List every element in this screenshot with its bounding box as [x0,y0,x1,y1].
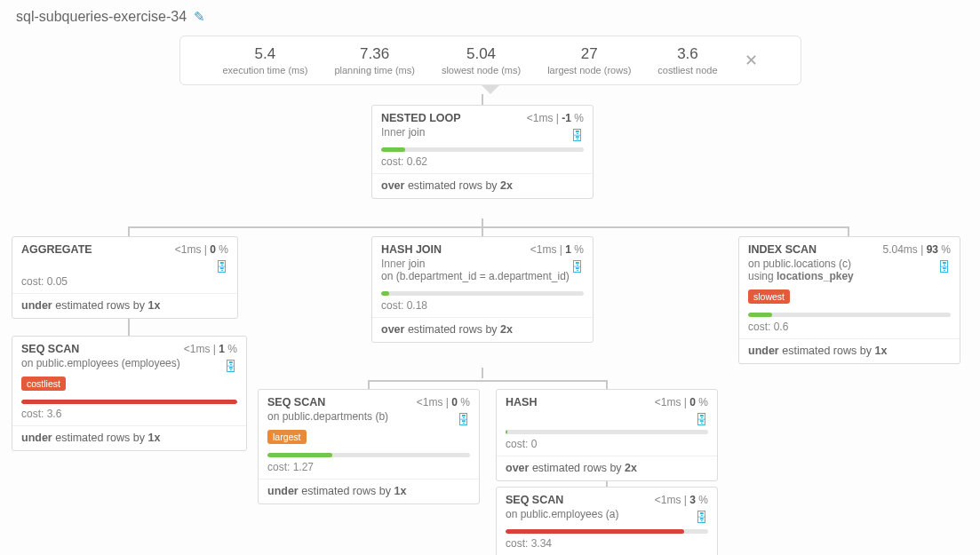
stat-label: costliest node [657,65,717,75]
join-condition: (b.department_id = a.department_id) [396,270,570,282]
node-cost: cost: 0.6 [739,319,960,338]
row-estimate: under estimated rows by 1x [12,425,246,450]
stat-largest-node: 27 largest node (rows) [547,45,631,75]
stat-slowest-node: 5.04 slowest node (ms) [442,45,521,75]
stat-value: 5.04 [442,45,521,63]
relation: public.departments (b) [283,410,388,423]
node-title: SEQ SCAN [506,494,563,506]
stat-costliest-node: 3.6 costliest node [657,45,717,75]
node-timing: <1ms | 0 % [655,396,708,408]
badge-slowest: slowest [748,289,790,304]
node-cost: cost: 0.62 [372,154,593,173]
stat-label: planning time (ms) [334,65,414,75]
stat-value: 27 [547,45,631,63]
node-timing: <1ms | 0 % [175,243,228,256]
row-estimate: over estimated rows by 2x [372,317,593,342]
node-index-scan[interactable]: INDEX SCAN 5.04ms | 93 % on public.locat… [738,236,960,364]
chevron-down-icon [482,85,499,94]
join-type: Inner [381,258,405,270]
page-title: sql-subqueries-exercise-34 [16,9,187,25]
node-title: NESTED LOOP [381,112,461,124]
database-icon[interactable]: 🗄 [215,259,228,274]
database-icon[interactable]: 🗄 [457,412,470,427]
node-title: HASH JOIN [381,243,442,256]
node-timing: <1ms | 1 % [530,243,584,256]
node-nested-loop[interactable]: NESTED LOOP <1ms | -1 % Inner join 🗄 cos… [371,105,594,199]
database-icon[interactable]: 🗄 [570,259,584,274]
row-estimate: under estimated rows by 1x [739,338,960,363]
row-estimate: over estimated rows by 2x [497,456,717,480]
stat-value: 7.36 [334,45,414,63]
stat-execution-time: 5.4 execution time (ms) [222,45,307,75]
relation: public.locations (c) [763,258,851,270]
row-estimate: over estimated rows by 2x [372,173,593,198]
row-estimate: under estimated rows by 1x [12,293,237,318]
index-name: locations_pkey [777,270,854,282]
stat-label: largest node (rows) [547,65,631,75]
node-cost: cost: 3.34 [497,535,717,555]
stat-value: 3.6 [657,45,717,63]
relation: public.employees (employees) [36,357,180,369]
node-timing: <1ms | -1 % [527,112,584,124]
edit-icon[interactable]: ✎ [194,9,205,25]
node-title: SEQ SCAN [21,343,79,355]
node-aggregate[interactable]: AGGREGATE <1ms | 0 % 🗄 cost: 0.05 under … [12,236,238,319]
node-title: HASH [506,396,537,408]
database-icon[interactable]: 🗄 [570,128,584,143]
database-icon[interactable]: 🗄 [695,412,708,427]
database-icon[interactable]: 🗄 [695,510,708,525]
node-title: INDEX SCAN [748,243,817,256]
node-hash-join[interactable]: HASH JOIN <1ms | 1 % Inner join on (b.de… [371,236,594,343]
relation: public.employees (a) [521,508,619,520]
node-cost: cost: 0 [497,436,717,456]
stat-label: execution time (ms) [222,65,307,75]
node-cost: cost: 3.6 [12,406,246,425]
node-cost: cost: 0.05 [12,274,237,293]
row-estimate: under estimated rows by 1x [259,479,479,503]
node-hash[interactable]: HASH <1ms | 0 % 🗄 cost: 0 over estimated… [496,389,718,481]
stat-planning-time: 7.36 planning time (ms) [334,45,414,75]
stat-label: slowest node (ms) [442,65,521,75]
stats-bar: 5.4 execution time (ms) 7.36 planning ti… [179,36,801,85]
join-type: Inner [381,126,405,139]
database-icon[interactable]: 🗄 [224,359,237,374]
badge-costliest: costliest [21,377,66,391]
node-title: SEQ SCAN [267,396,325,408]
close-icon[interactable]: ✕ [745,51,758,70]
database-icon[interactable]: 🗄 [937,259,951,274]
node-timing: <1ms | 0 % [417,396,470,408]
node-timing: 5.04ms | 93 % [882,243,951,256]
node-seq-scan-employees-a[interactable]: SEQ SCAN <1ms | 3 % on public.employees … [496,487,718,555]
node-seq-scan-departments[interactable]: SEQ SCAN <1ms | 0 % on public.department… [258,389,480,504]
node-timing: <1ms | 3 % [655,494,708,506]
stat-value: 5.4 [222,45,307,63]
node-timing: <1ms | 1 % [184,343,237,355]
node-cost: cost: 0.18 [372,297,593,317]
badge-largest: largest [267,430,307,444]
node-cost: cost: 1.27 [259,459,479,479]
node-seq-scan-employees[interactable]: SEQ SCAN <1ms | 1 % on public.employees … [12,336,247,451]
node-title: AGGREGATE [21,243,92,256]
